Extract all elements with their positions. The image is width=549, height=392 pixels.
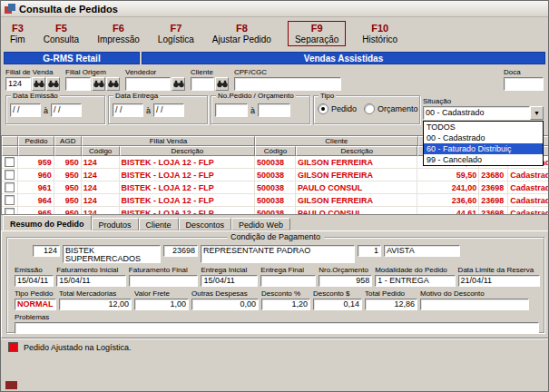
row-checkbox[interactable] xyxy=(5,170,15,180)
fkey-code: F3 xyxy=(10,23,25,34)
pedido-from-input[interactable] xyxy=(215,103,248,117)
header-filial-descricao[interactable]: Descrição xyxy=(120,146,256,156)
situacao-dropdown-list: TODOS 00 - Cadastrado 60 - Faturado Dist… xyxy=(423,121,544,166)
pedido-orcamento-label: No.Pedido / Orçamento xyxy=(216,92,296,100)
fkey-f10-historico[interactable]: F10 Histórico xyxy=(360,21,399,46)
pagamento-name-box: AVISTA xyxy=(384,245,460,257)
faturamento-final-label: Faturamento Final xyxy=(129,266,199,274)
cell-cliente-codigo: 500038 xyxy=(255,156,296,168)
desconto-valor-value: 0,14 xyxy=(313,299,362,310)
data-entrega-to-input[interactable]: / / xyxy=(153,103,184,117)
cell-pedido: 965 xyxy=(18,207,54,215)
entrega-final-value xyxy=(260,275,316,287)
table-row[interactable]: 964 950 124 BISTEK - LOJA 12 - FLP 50003… xyxy=(2,194,549,207)
dropdown-option-cancelado[interactable]: 99 - Cancelado xyxy=(424,154,543,165)
fkey-label: Separação xyxy=(295,34,338,44)
pedido-to-input[interactable] xyxy=(258,103,290,117)
cell-vendedor: 23698 xyxy=(479,181,508,193)
binoculars-icon xyxy=(173,80,184,88)
filial-venda-search-button[interactable] xyxy=(32,77,45,91)
vendedor-input[interactable] xyxy=(125,77,171,91)
range-separator: à xyxy=(145,106,152,115)
field-cpf-cgc: CPF/CGC xyxy=(234,68,341,92)
cell-select xyxy=(2,207,18,215)
total-mercadorias-label: Total Mercadorias xyxy=(59,289,132,298)
fkey-f8-ajustar-pedido[interactable]: F8 Ajustar Pedido xyxy=(211,21,273,46)
table-row[interactable]: 965 950 124 BISTEK - LOJA 12 - FLP 50003… xyxy=(2,207,549,215)
pagamento-code-box: 1 xyxy=(358,245,381,257)
dropdown-option-todos[interactable]: TODOS xyxy=(424,122,543,132)
row-checkbox[interactable] xyxy=(5,182,15,192)
fkey-f6-impressao[interactable]: F6 Impressão xyxy=(95,21,142,46)
binoculars-icon xyxy=(48,80,59,88)
binoculars-icon xyxy=(108,80,119,88)
cell-valor-pedido: 59,50 xyxy=(417,169,479,181)
header-pedido[interactable]: Pedido xyxy=(18,136,54,146)
fkey-code: F8 xyxy=(212,23,271,34)
cell-vendedor: 23680 xyxy=(479,169,508,181)
fkey-label: Ajustar Pedido xyxy=(212,34,271,44)
cell-filial-descricao: BISTEK - LOJA 12 - FLP xyxy=(120,181,255,193)
fkey-code: F6 xyxy=(97,23,140,34)
desconto-valor-label: Desconto $ xyxy=(313,289,362,298)
row-checkbox[interactable] xyxy=(5,208,15,215)
cell-cliente-descricao: GILSON FERREIRA xyxy=(296,169,418,181)
fkey-code: F7 xyxy=(158,23,194,34)
row-checkbox[interactable] xyxy=(5,195,15,205)
cliente-input[interactable] xyxy=(191,77,214,91)
fkey-f5-consulta[interactable]: F5 Consulta xyxy=(42,21,81,46)
header-cliente-codigo[interactable]: Código xyxy=(255,146,296,156)
vendedor-search-button[interactable] xyxy=(172,77,185,91)
filial-origem-input[interactable] xyxy=(65,77,91,91)
cliente-search-button[interactable] xyxy=(215,77,229,91)
fkey-f7-logistica[interactable]: F7 Logística xyxy=(156,21,196,46)
situacao-combo[interactable]: 00 - Cadastrado ▼ xyxy=(423,106,544,120)
cell-select xyxy=(2,169,18,181)
header-cliente-descricao[interactable]: Descrição xyxy=(296,146,418,156)
desconto-pct-label: Desconto % xyxy=(261,289,310,298)
groupbox-tipo: Tipo Pedido Orçamento xyxy=(313,95,420,124)
header-filial-venda-group: Filial Venda xyxy=(82,136,255,146)
desconto-pct-value: 1,20 xyxy=(261,299,310,310)
tab-produtos[interactable]: Produtos xyxy=(92,218,139,230)
cell-agd: 950 xyxy=(54,207,82,215)
filial-venda-search-button-2[interactable] xyxy=(46,77,60,91)
radio-orcamento[interactable]: Orçamento xyxy=(364,103,418,114)
header-agd[interactable]: AGD xyxy=(54,136,82,146)
filial-venda-input[interactable]: 124 xyxy=(5,77,31,91)
fkey-f3-fim[interactable]: F3 Fim xyxy=(8,21,27,46)
table-row[interactable]: 960 950 124 BISTEK - LOJA 12 - FLP 50003… xyxy=(2,169,549,181)
dropdown-option-cadastrado[interactable]: 00 - Cadastrado xyxy=(424,132,543,143)
filial-origem-label: Filial Origem xyxy=(65,68,120,76)
fkey-code: F9 xyxy=(295,23,338,34)
data-emissao-to-input[interactable]: / / xyxy=(51,103,82,117)
situacao-dropdown-button[interactable]: ▼ xyxy=(530,106,544,120)
cell-select xyxy=(2,156,18,168)
header-filial-codigo[interactable]: Código xyxy=(82,146,120,156)
row-checkbox[interactable] xyxy=(5,157,15,167)
tab-cliente[interactable]: Cliente xyxy=(139,218,179,230)
cell-cliente-descricao: PAULO CONSUL xyxy=(296,207,418,215)
filial-origem-search-button[interactable] xyxy=(92,77,105,91)
cpf-cgc-input[interactable] xyxy=(234,77,341,91)
cell-situacao: Cadastrado xyxy=(508,207,549,215)
bottom-left-marker xyxy=(5,381,17,389)
tab-pedido-web[interactable]: Pedido Web xyxy=(231,218,290,230)
problemas-section: Problemas xyxy=(11,313,540,334)
legend-bar: Pedido Ajustado na Logística. xyxy=(1,338,548,355)
legend-red-square xyxy=(8,342,18,352)
tab-descontos[interactable]: Descontos xyxy=(179,218,232,230)
fkey-f9-separacao[interactable]: F9 Separação xyxy=(288,21,346,46)
data-entrega-from-input[interactable]: / / xyxy=(113,103,143,117)
cell-filial-codigo: 124 xyxy=(82,181,120,193)
situacao-value: 00 - Cadastrado xyxy=(423,106,530,120)
tab-resumo-do-pedido[interactable]: Resumo do Pedido xyxy=(3,215,92,230)
doca-input[interactable] xyxy=(504,77,544,91)
table-row[interactable]: 961 950 124 BISTEK - LOJA 12 - FLP 50003… xyxy=(2,181,549,194)
data-limite-reserva-value: 21/04/11 xyxy=(458,275,540,287)
app-window: Consulta de Pedidos F3 Fim F5 Consulta F… xyxy=(0,0,549,392)
data-emissao-from-input[interactable]: / / xyxy=(10,103,41,117)
dropdown-option-faturado-distribuicao[interactable]: 60 - Faturado Distribuiç xyxy=(424,143,543,154)
filial-origem-search-button-2[interactable] xyxy=(106,77,120,91)
radio-pedido[interactable]: Pedido xyxy=(318,103,357,114)
